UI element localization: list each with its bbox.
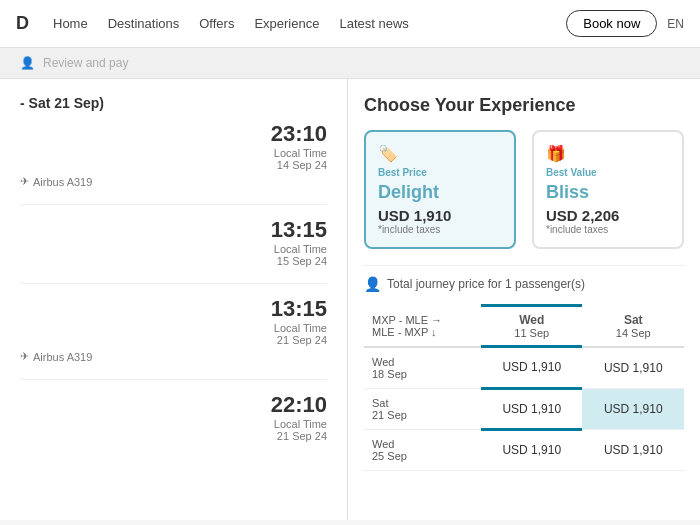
flight-aircraft-1: ✈ Airbus A319 (20, 175, 327, 188)
nav-experience[interactable]: Experience (254, 16, 319, 31)
bliss-price: USD 2,206 (546, 207, 670, 224)
bliss-name: Bliss (546, 182, 670, 203)
main-content: - Sat 21 Sep) 23:10 Local Time 14 Sep 24… (0, 79, 700, 520)
flight-item-4: 22:10 Local Time 21 Sep 24 (20, 392, 327, 442)
flight-local-2: Local Time 15 Sep 24 (271, 243, 327, 267)
nav-home[interactable]: Home (53, 16, 88, 31)
delight-card[interactable]: 🏷️ Best Price Delight USD 1,910 *include… (364, 130, 516, 249)
pax-icon: 👤 (364, 276, 381, 292)
bliss-badge: Best Value (546, 167, 670, 178)
cal-date-sat-14: 14 Sep (590, 327, 676, 339)
flight-local-4: Local Time 21 Sep 24 (271, 418, 327, 442)
cal-day-sat-14: Sat (590, 313, 676, 327)
flight-time-2: 13:15 (271, 217, 327, 243)
cal-row-wed-18: Wed18 Sep USD 1,910 USD 1,910 (364, 347, 684, 389)
cal-price-wed18-wed11[interactable]: USD 1,910 (481, 347, 583, 389)
experience-cards: 🏷️ Best Price Delight USD 1,910 *include… (364, 130, 684, 249)
cal-row-label-sat-21: Sat21 Sep (364, 388, 481, 429)
bliss-card[interactable]: 🎁 Best Value Bliss USD 2,206 *include ta… (532, 130, 684, 249)
bliss-tax: *include taxes (546, 224, 670, 235)
nav-latest-news[interactable]: Latest news (339, 16, 408, 31)
step-person-icon: 👤 (20, 56, 35, 70)
flight-aircraft-3: ✈ Airbus A319 (20, 350, 327, 363)
flight-time-3: 13:15 (271, 296, 327, 322)
flight-time-1: 23:10 (271, 121, 327, 147)
nav-links: Home Destinations Offers Experience Late… (53, 16, 566, 31)
cal-date-wed-11: 11 Sep (489, 327, 575, 339)
flight-item-3: 13:15 Local Time 21 Sep 24 ✈ Airbus A319 (20, 296, 327, 363)
cal-price-wed18-sat14[interactable]: USD 1,910 (582, 347, 684, 389)
flight-local-1: Local Time 14 Sep 24 (271, 147, 327, 171)
bliss-icon: 🎁 (546, 144, 670, 163)
step-review-pay: Review and pay (43, 56, 128, 70)
logo: D (16, 13, 29, 34)
right-panel: Choose Your Experience 🏷️ Best Price Del… (348, 79, 700, 520)
flight-item-1: 23:10 Local Time 14 Sep 24 ✈ Airbus A319 (20, 121, 327, 188)
calendar-table: MXP - MLE → MLE - MXP ↓ Wed 11 Sep Sat 1… (364, 304, 684, 471)
passenger-info: 👤 Total journey price for 1 passenger(s) (364, 265, 684, 292)
route-header: MXP - MLE → MLE - MXP ↓ (364, 306, 481, 347)
section-date: - Sat 21 Sep) (20, 95, 327, 111)
flight-time-4: 22:10 (271, 392, 327, 418)
cal-row-label-wed-18: Wed18 Sep (364, 347, 481, 389)
nav-offers[interactable]: Offers (199, 16, 234, 31)
choose-title: Choose Your Experience (364, 95, 684, 116)
cal-row-label-wed-25: Wed25 Sep (364, 429, 481, 470)
delight-badge: Best Price (378, 167, 502, 178)
calendar-header-row: MXP - MLE → MLE - MXP ↓ Wed 11 Sep Sat 1… (364, 306, 684, 347)
cal-row-wed-25: Wed25 Sep USD 1,910 USD 1,910 (364, 429, 684, 470)
cal-price-wed25-wed11[interactable]: USD 1,910 (481, 429, 583, 470)
navbar: D Home Destinations Offers Experience La… (0, 0, 700, 48)
delight-price: USD 1,910 (378, 207, 502, 224)
book-now-button[interactable]: Book now (566, 10, 657, 37)
steps-bar: 👤 Review and pay (0, 48, 700, 79)
cal-day-wed-11: Wed (489, 313, 575, 327)
left-panel: - Sat 21 Sep) 23:10 Local Time 14 Sep 24… (0, 79, 348, 520)
flight-local-3: Local Time 21 Sep 24 (271, 322, 327, 346)
delight-tax: *include taxes (378, 224, 502, 235)
cal-price-sat21-wed11[interactable]: USD 1,910 (481, 388, 583, 429)
cal-header-wed-11[interactable]: Wed 11 Sep (481, 306, 583, 347)
pax-text: Total journey price for 1 passenger(s) (387, 277, 585, 291)
cal-header-sat-14[interactable]: Sat 14 Sep (582, 306, 684, 347)
cal-row-sat-21: Sat21 Sep USD 1,910 USD 1,910 (364, 388, 684, 429)
cal-price-wed25-sat14[interactable]: USD 1,910 (582, 429, 684, 470)
flight-item-2: 13:15 Local Time 15 Sep 24 (20, 217, 327, 267)
delight-icon: 🏷️ (378, 144, 502, 163)
cal-price-sat21-sat14[interactable]: USD 1,910 (582, 388, 684, 429)
nav-destinations[interactable]: Destinations (108, 16, 180, 31)
delight-name: Delight (378, 182, 502, 203)
language-selector[interactable]: EN (667, 17, 684, 31)
